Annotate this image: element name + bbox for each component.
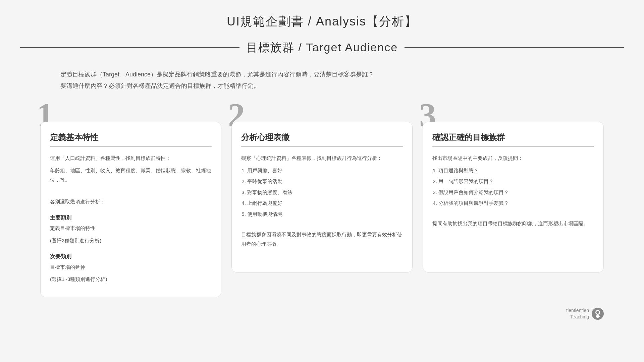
card-3: 確認正確的目標族群 找出市場區隔中的主要族群，反覆提問： 項目通路與型態？ 用一… bbox=[423, 122, 604, 273]
intro-line2: 要溝通什麼內容？必須針對各樣產品決定適合的目標族群，才能精準行銷。 bbox=[60, 80, 584, 92]
card-1-para-2: 年齡組、地區、性別、收入、教育程度、職業、婚姻狀態、宗教、社經地位…等。 bbox=[50, 166, 212, 185]
card-2-body: 觀察「心理統計資料」各種表徵，找到目標族群行為進行分析： 用戶興趣、喜好 平時從… bbox=[241, 154, 403, 249]
card-2-wrapper: 2 分析心理表徵 觀察「心理統計資料」各種表徵，找到目標族群行為進行分析： 用戶… bbox=[231, 108, 413, 273]
card-3-footer-1: 提問有助於找出我的項目帶給目標族群的印象，進而形塑出市場區隔。 bbox=[432, 219, 594, 229]
card-3-list-item-4: 分析我的項目與競爭對手差異？ bbox=[438, 198, 594, 208]
card-2-list-item-2: 平時從事的活動 bbox=[247, 177, 403, 186]
card-3-list-item-2: 用一句話形容我的項目？ bbox=[438, 177, 594, 186]
svg-point-2 bbox=[596, 311, 599, 314]
card-3-body: 找出市場區隔中的主要族群，反覆提問： 項目通路與型態？ 用一句話形容我的項目？ … bbox=[432, 154, 594, 229]
card-2-footer-1: 目標族群會因環境不同及對事物的態度而採取行動，即更需要有效分析使用者的心理表徵。 bbox=[241, 230, 403, 249]
card-1-body: 運用「人口統計資料」各種屬性，找到目標族群特性： 年齡組、地區、性別、收入、教育… bbox=[50, 154, 212, 284]
card-2-list-item-5: 使用動機與情境 bbox=[247, 209, 403, 219]
footer-brand-line1: tientientien bbox=[566, 307, 589, 314]
footer-brand: tientientien Teaching bbox=[566, 307, 589, 320]
card-2-list-item-4: 上網行為與偏好 bbox=[247, 198, 403, 208]
card-1-sub1-item2: (選擇2種類別進行分析) bbox=[50, 236, 212, 246]
card-3-title: 確認正確的目標族群 bbox=[432, 132, 594, 147]
card-1: 定義基本特性 運用「人口統計資料」各種屬性，找到目標族群特性： 年齡組、地區、性… bbox=[40, 122, 221, 297]
card-2-para-1: 觀察「心理統計資料」各種表徵，找到目標族群行為進行分析： bbox=[241, 154, 403, 163]
intro-text: 定義目標族群（Target Audience）是擬定品牌行銷策略重要的環節，尤其… bbox=[60, 69, 584, 92]
card-3-para-1: 找出市場區隔中的主要族群，反覆提問： bbox=[432, 154, 594, 163]
card-2: 分析心理表徵 觀察「心理統計資料」各種表徵，找到目標族群行為進行分析： 用戶興趣… bbox=[231, 122, 413, 273]
card-2-list-item-1: 用戶興趣、喜好 bbox=[247, 166, 403, 176]
card-3-wrapper: 3 確認正確的目標族群 找出市場區隔中的主要族群，反覆提問： 項目通路與型態？ … bbox=[423, 108, 604, 273]
intro-line1: 定義目標族群（Target Audience）是擬定品牌行銷策略重要的環節，尤其… bbox=[60, 69, 584, 80]
card-1-para-3: 各別選取幾項進行分析： bbox=[50, 197, 212, 207]
card-1-sub2-item1: 目標市場的延伸 bbox=[50, 262, 212, 272]
card-2-list-item-3: 對事物的態度、看法 bbox=[247, 188, 403, 197]
card-3-list-item-1: 項目通路與型態？ bbox=[438, 166, 594, 176]
section-title: 目標族群 / Target Audience bbox=[239, 40, 405, 55]
card-1-para-1: 運用「人口統計資料」各種屬性，找到目標族群特性： bbox=[50, 154, 212, 163]
card-3-list: 項目通路與型態？ 用一句話形容我的項目？ 假設用戶會如何介紹我的項目？ 分析我的… bbox=[432, 166, 594, 208]
brand-icon bbox=[592, 308, 604, 320]
card-1-sub2-item2: (選擇1~3種類別進行分析) bbox=[50, 275, 212, 284]
card-1-wrapper: 1 定義基本特性 運用「人口統計資料」各種屬性，找到目標族群特性： 年齡組、地區… bbox=[40, 108, 221, 297]
card-1-title: 定義基本特性 bbox=[50, 132, 212, 147]
page-title: UI規範企劃書 / Analysis【分析】 bbox=[20, 13, 624, 30]
svg-point-1 bbox=[596, 315, 600, 318]
card-2-list: 用戶興趣、喜好 平時從事的活動 對事物的態度、看法 上網行為與偏好 使用動機與情… bbox=[241, 166, 403, 219]
cards-container: 1 定義基本特性 運用「人口統計資料」各種屬性，找到目標族群特性： 年齡組、地區… bbox=[40, 108, 604, 297]
card-3-list-item-3: 假設用戶會如何介紹我的項目？ bbox=[438, 188, 594, 197]
footer: tientientien Teaching bbox=[20, 307, 624, 320]
header-line-right bbox=[405, 47, 624, 48]
card-2-title: 分析心理表徵 bbox=[241, 132, 403, 147]
footer-brand-line2: Teaching bbox=[566, 314, 589, 320]
card-1-sublabel-1: 主要類別 bbox=[50, 213, 212, 223]
section-header: 目標族群 / Target Audience bbox=[20, 40, 624, 55]
header-line-left bbox=[20, 47, 239, 48]
card-1-sublabel-2: 次要類別 bbox=[50, 251, 212, 261]
card-1-sub1-item1: 定義目標市場的特性 bbox=[50, 224, 212, 233]
